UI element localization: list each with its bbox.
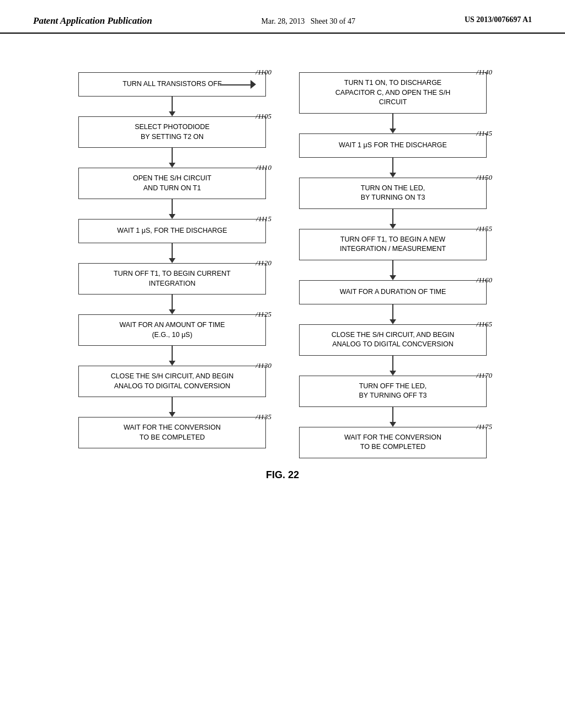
arrowhead: [169, 361, 175, 366]
header: Patent Application Publication Mar. 28, …: [0, 0, 565, 34]
arrow-line: [172, 148, 173, 163]
arrow-1130-1135: [169, 397, 175, 417]
label-1105: /1105: [255, 112, 271, 121]
arrow-line: [392, 114, 393, 129]
label-1175: /1175: [476, 422, 492, 431]
arrow-1105-1110: [169, 148, 175, 168]
box-1165: CLOSE THE S/H CIRCUIT, AND BEGIN ANALOG …: [299, 324, 487, 356]
box-1170-wrapper: /1170 TURN OFF THE LED, BY TURNING OFF T…: [299, 376, 487, 407]
label-1100: /1100: [255, 68, 271, 77]
arrowhead: [169, 258, 175, 263]
box-1150: TURN ON THE LED, BY TURNING ON T3: [299, 178, 487, 209]
box-1125-wrapper: /1125 WAIT FOR AN AMOUNT OF TIME (E.G., …: [78, 314, 266, 346]
arrow-1150-1155: [390, 209, 396, 229]
arrowhead: [169, 309, 175, 314]
box-1105: SELECT PHOTODIODE BY SETTING T2 ON: [78, 116, 266, 148]
figure-caption: FIG. 22: [33, 469, 532, 481]
arrowhead: [390, 173, 396, 178]
label-1120: /1120: [255, 259, 271, 267]
arrowhead: [390, 422, 396, 427]
label-1135: /1135: [255, 413, 271, 421]
content-area: /1100 TURN ALL TRANSISTORS OFF /1105 SEL…: [0, 39, 565, 503]
arrow-1115-1120: [169, 243, 175, 263]
label-1130: /1130: [255, 361, 271, 370]
box-1160-wrapper: /1160 WAIT FOR A DURATION OF TIME: [299, 280, 487, 304]
arrowhead: [390, 275, 396, 280]
label-1110: /1110: [256, 163, 271, 172]
horiz-arrow-line: [220, 84, 254, 85]
box-1130: CLOSE THE S/H CIRCUIT, AND BEGIN ANALOG …: [78, 366, 266, 397]
box-1165-wrapper: /1165 CLOSE THE S/H CIRCUIT, AND BEGIN A…: [299, 324, 487, 356]
arrow-line: [392, 304, 393, 319]
arrow-line: [172, 346, 173, 361]
label-1140: /1140: [476, 68, 492, 77]
arrowhead: [390, 224, 396, 229]
box-1150-wrapper: /1150 TURN ON THE LED, BY TURNING ON T3: [299, 178, 487, 209]
box-1110-wrapper: /1110 OPEN THE S/H CIRCUIT AND TURN ON T…: [78, 168, 266, 199]
arrow-1155-1160: [390, 260, 396, 280]
arrow-line: [172, 397, 173, 412]
box-1145-wrapper: /1145 WAIT 1 μS FOR THE DISCHARGE: [299, 133, 487, 158]
arrowhead: [169, 412, 175, 417]
arrow-line: [392, 260, 393, 275]
horiz-arrowhead: [250, 80, 256, 89]
flowchart: /1100 TURN ALL TRANSISTORS OFF /1105 SEL…: [33, 72, 532, 458]
arrow-1160-1165: [390, 304, 396, 324]
label-1145: /1145: [476, 129, 492, 138]
box-1120-wrapper: /1120 TURN OFF T1, TO BEGIN CURRENT INTE…: [78, 263, 266, 295]
arrow-line: [172, 97, 173, 111]
header-date-sheet: Mar. 28, 2013 Sheet 30 of 47: [262, 15, 355, 27]
left-flow-column: /1100 TURN ALL TRANSISTORS OFF /1105 SEL…: [78, 72, 266, 458]
label-1170: /1170: [476, 371, 492, 380]
arrow-line: [172, 243, 173, 258]
arrow-line: [172, 199, 173, 214]
label-1115: /1115: [256, 215, 271, 223]
arrow-1170-1175: [390, 407, 396, 427]
arrowhead: [169, 214, 175, 219]
header-date: Mar. 28, 2013: [262, 17, 305, 25]
publication-label: Patent Application Publication: [33, 15, 152, 26]
box-1115-wrapper: /1115 WAIT 1 μS, FOR THE DISCHARGE: [78, 219, 266, 243]
box-1135: WAIT FOR THE CONVERSION TO BE COMPLETED: [78, 417, 266, 448]
box-1130-wrapper: /1130 CLOSE THE S/H CIRCUIT, AND BEGIN A…: [78, 366, 266, 397]
arrow-1125-1130: [169, 346, 175, 366]
arrow-1165-1170: [390, 356, 396, 376]
box-1140-wrapper: /1140 TURN T1 ON, TO DISCHARGE CAPACITOR…: [299, 72, 487, 114]
box-1120: TURN OFF T1, TO BEGIN CURRENT INTEGRATIO…: [78, 263, 266, 295]
arrowhead: [169, 111, 175, 116]
arrow-1145-1150: [390, 158, 396, 178]
label-1165: /1165: [476, 320, 492, 329]
arrow-line: [172, 295, 173, 309]
right-flow-column: /1140 TURN T1 ON, TO DISCHARGE CAPACITOR…: [299, 72, 487, 458]
box-1140: TURN T1 ON, TO DISCHARGE CAPACITOR C, AN…: [299, 72, 487, 114]
arrowhead: [390, 129, 396, 133]
page: Patent Application Publication Mar. 28, …: [0, 0, 565, 728]
box-1155-wrapper: /1155 TURN OFF T1, TO BEGIN A NEW INTEGR…: [299, 229, 487, 260]
label-1160: /1160: [476, 276, 492, 285]
arrow-line: [392, 209, 393, 224]
box-1170: TURN OFF THE LED, BY TURNING OFF T3: [299, 376, 487, 407]
box-1105-wrapper: /1105 SELECT PHOTODIODE BY SETTING T2 ON: [78, 116, 266, 148]
arrowhead: [390, 371, 396, 376]
arrow-1110-1115: [169, 199, 175, 219]
arrow-1140-1145: [390, 114, 396, 133]
box-1160: WAIT FOR A DURATION OF TIME: [299, 280, 487, 304]
box-1145: WAIT 1 μS FOR THE DISCHARGE: [299, 133, 487, 158]
box-1175: WAIT FOR THE CONVERSION TO BE COMPLETED: [299, 427, 487, 458]
arrowhead: [390, 319, 396, 324]
box-1125: WAIT FOR AN AMOUNT OF TIME (E.G., 10 μS): [78, 314, 266, 346]
box-1135-wrapper: /1135 WAIT FOR THE CONVERSION TO BE COMP…: [78, 417, 266, 448]
arrow-line: [392, 158, 393, 173]
arrow-line: [392, 407, 393, 422]
arrow-line: [392, 356, 393, 371]
label-1155: /1155: [476, 224, 492, 233]
box-1175-wrapper: /1175 WAIT FOR THE CONVERSION TO BE COMP…: [299, 427, 487, 458]
header-sheet: Sheet 30 of 47: [311, 17, 355, 25]
box-1155: TURN OFF T1, TO BEGIN A NEW INTEGRATION …: [299, 229, 487, 260]
patent-number: US 2013/0076697 A1: [465, 15, 532, 24]
box-1115: WAIT 1 μS, FOR THE DISCHARGE: [78, 219, 266, 243]
label-1150: /1150: [476, 173, 492, 182]
arrow-1100-1105: [169, 97, 175, 116]
box-1110: OPEN THE S/H CIRCUIT AND TURN ON T1: [78, 168, 266, 199]
label-1125: /1125: [255, 310, 271, 319]
